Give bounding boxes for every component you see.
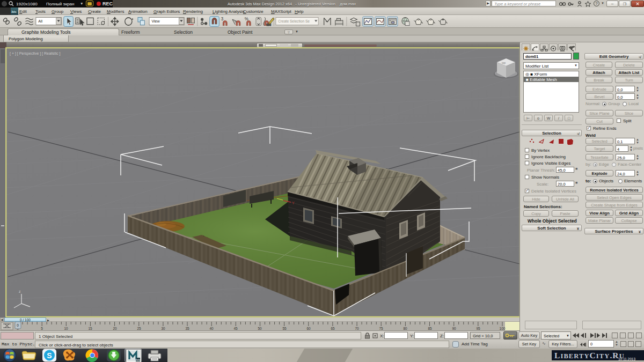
svg-text:50: 50 <box>258 327 262 330</box>
svg-text:S: S <box>47 351 52 360</box>
svg-text:5: 5 <box>41 327 43 330</box>
svg-text:55: 55 <box>282 327 287 330</box>
svg-text:45: 45 <box>233 327 238 330</box>
svg-text:0: 0 <box>17 323 19 327</box>
svg-text:60: 60 <box>306 327 311 330</box>
svg-text:All: All <box>38 19 42 24</box>
svg-text:65: 65 <box>331 327 335 330</box>
svg-text:Create Selection Se: Create Selection Se <box>278 19 310 23</box>
svg-text:70: 70 <box>355 327 359 330</box>
svg-text:top: top <box>502 61 506 64</box>
svg-text:15: 15 <box>88 327 92 330</box>
svg-text:Y: Y <box>292 201 295 205</box>
svg-text:80: 80 <box>403 327 407 330</box>
svg-text:100: 100 <box>500 327 506 330</box>
svg-text:10: 10 <box>64 327 68 330</box>
svg-text:35: 35 <box>185 327 189 330</box>
svg-text:3: 3 <box>221 17 224 21</box>
svg-text:25: 25 <box>137 327 141 330</box>
svg-text:95: 95 <box>476 327 480 330</box>
svg-text:z: z <box>19 290 21 293</box>
svg-text:[ + ] [ Perspective ] [ Realis: [ + ] [ Perspective ] [ Realistic ] <box>10 51 60 56</box>
svg-text:75: 75 <box>379 327 383 330</box>
svg-text:30: 30 <box>161 327 165 330</box>
svg-text:20: 20 <box>113 327 117 330</box>
svg-text:View: View <box>151 19 160 24</box>
svg-text:85: 85 <box>428 327 432 330</box>
svg-text:3ds: 3ds <box>136 358 141 361</box>
svg-text:40: 40 <box>209 327 214 330</box>
svg-text:90: 90 <box>452 327 456 330</box>
